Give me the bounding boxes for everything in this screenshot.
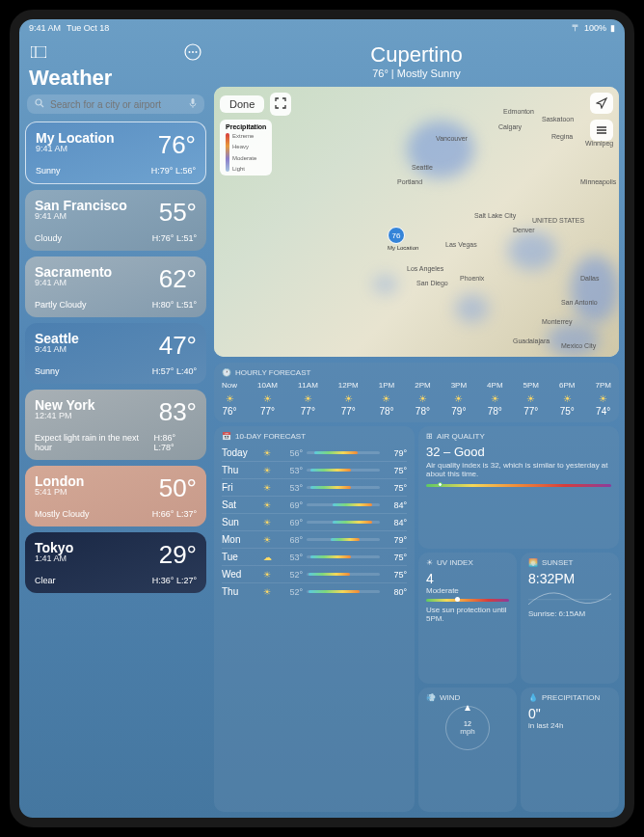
day-row: Sun☀69°84°	[222, 513, 407, 530]
map-city-label: San Diego	[416, 280, 448, 286]
precip-note: in last 24h	[528, 721, 611, 730]
hour-item: 11AM☀77°	[298, 381, 318, 417]
my-location-badge: 76	[388, 227, 405, 244]
my-location-label: My Location	[388, 245, 418, 251]
hour-item: 7PM☀74°	[595, 381, 610, 417]
aq-value: 32 – Good	[426, 445, 611, 459]
day-row: Wed☀52°75°	[222, 565, 407, 582]
map-city-label: Portland	[397, 178, 422, 185]
sidebar-toggle-icon[interactable]	[29, 42, 48, 62]
expand-icon[interactable]	[270, 93, 291, 116]
svg-point-4	[192, 51, 194, 53]
precip-header: PRECIPITATION	[542, 693, 600, 702]
map-city-label: Guadalajara	[513, 338, 550, 344]
hour-item: 10AM☀77°	[257, 381, 278, 417]
map-city-label: UNITED STATES	[532, 217, 584, 224]
wind-card[interactable]: 💨 WIND 12 mph	[418, 688, 517, 812]
done-button[interactable]: Done	[220, 95, 264, 113]
location-condition: Clear	[35, 576, 56, 585]
uv-header: UV INDEX	[437, 558, 473, 567]
svg-rect-8	[192, 98, 195, 104]
location-card[interactable]: Seattle9:41 AM47° SunnyH:57° L:40°	[25, 323, 206, 384]
sun-icon: ☀	[426, 558, 433, 567]
search-box[interactable]	[27, 94, 204, 114]
map-city-label: Monterrey	[542, 318, 573, 325]
sunset-card[interactable]: 🌅 SUNSET 8:32PM Sunrise: 6:15AM	[521, 553, 619, 685]
location-time: 9:41 AM	[36, 144, 115, 153]
hour-item: 5PM☀77°	[523, 381, 539, 417]
calendar-icon: 📅	[222, 432, 231, 441]
sunset-header: SUNSET	[542, 558, 573, 567]
location-card[interactable]: New York12:41 PM83° Expect light rain in…	[25, 390, 206, 460]
mic-icon[interactable]	[189, 98, 197, 110]
ipad-frame: 9:41 AM Tue Oct 18 〒 100% ▮ Weather	[10, 10, 634, 827]
hourly-forecast-card[interactable]: 🕐 HOURLY FORECAST Now☀76°10AM☀77°11AM☀77…	[214, 363, 619, 422]
location-condition: Sunny	[36, 166, 61, 176]
legend-level: Extreme	[232, 133, 256, 139]
tenday-forecast-card[interactable]: 📅 10-DAY FORECAST Today☀56°79°Thu☀53°75°…	[214, 426, 415, 812]
droplet-icon: 💧	[528, 693, 538, 702]
location-temp: 83°	[159, 397, 197, 427]
location-hilo: H:66° L:37°	[152, 509, 197, 519]
map-city-label: Vancouver	[436, 135, 468, 142]
location-temp: 55°	[159, 198, 197, 228]
location-list[interactable]: My Location9:41 AM76° SunnyH:79° L:56° S…	[25, 122, 206, 812]
location-time: 9:41 AM	[35, 344, 79, 354]
sidebar-title: Weather	[25, 66, 206, 94]
main-pane: Cupertino 76° | Mostly Sunny VancouverSe…	[212, 37, 625, 818]
wind-speed: 12	[464, 720, 471, 727]
map-city-label: Calgary	[498, 123, 522, 130]
map-city-label: San Antonio	[561, 299, 598, 306]
precipitation-card[interactable]: 💧 PRECIPITATION 0" in last 24h	[521, 688, 619, 812]
legend-title: Precipitation	[226, 123, 266, 130]
location-hilo: H:80° L:51°	[152, 300, 197, 310]
uv-value: 4	[426, 571, 509, 586]
location-card[interactable]: San Francisco9:41 AM55° CloudyH:76° L:51…	[25, 190, 206, 251]
aq-header: AIR QUALITY	[437, 432, 485, 441]
location-time: 12:41 PM	[35, 411, 95, 420]
sunset-value: 8:32PM	[528, 571, 611, 586]
location-card[interactable]: My Location9:41 AM76° SunnyH:79° L:56°	[25, 122, 206, 184]
location-hilo: H:57° L:40°	[152, 366, 197, 376]
precipitation-legend: Precipitation ExtremeHeavyModerateLight	[220, 120, 272, 176]
map-city-label: Regina	[551, 133, 573, 140]
map[interactable]: VancouverSeattlePortlandSalt Lake CityLa…	[214, 87, 619, 357]
more-icon[interactable]	[183, 42, 202, 62]
location-time: 1:41 AM	[35, 554, 73, 563]
location-hilo: H:36° L:27°	[152, 576, 197, 585]
location-time: 9:41 AM	[35, 211, 127, 221]
location-arrow-icon[interactable]	[590, 93, 613, 114]
battery-icon: ▮	[610, 23, 615, 33]
svg-line-7	[41, 105, 44, 108]
map-city-label: Las Vegas	[445, 241, 477, 248]
legend-level: Light	[232, 166, 256, 172]
location-condition: Mostly Cloudy	[35, 509, 90, 519]
location-temp: 29°	[159, 540, 197, 570]
search-input[interactable]	[50, 99, 183, 110]
hour-item: Now☀76°	[222, 381, 237, 417]
map-city-label: Seattle	[412, 164, 433, 171]
location-hilo: H:86° L:78°	[154, 433, 197, 452]
map-city-label: Saskatoon	[542, 116, 574, 122]
precip-value: 0"	[528, 706, 611, 721]
map-city-label: Salt Lake City	[474, 212, 516, 219]
air-quality-card[interactable]: ⊞ AIR QUALITY 32 – Good Air quality inde…	[418, 426, 619, 549]
location-condition: Cloudy	[35, 233, 62, 243]
svg-point-5	[196, 51, 198, 53]
location-card[interactable]: Sacramento9:41 AM62° Partly CloudyH:80° …	[25, 256, 206, 317]
location-time: 5:41 PM	[35, 487, 84, 497]
map-city-label: Dallas	[580, 275, 599, 282]
my-location-marker[interactable]: 76 My Location	[388, 227, 418, 251]
status-date: Tue Oct 18	[67, 23, 109, 33]
day-row: Mon☀68°79°	[222, 530, 407, 548]
uv-index-card[interactable]: ☀ UV INDEX 4 Moderate Use sun protection…	[418, 553, 517, 685]
day-row: Sat☀69°84°	[222, 496, 407, 513]
sidebar: Weather My Location9:41 AM76° SunnyH:79°…	[19, 37, 212, 818]
map-city-label: Mexico City	[561, 342, 596, 349]
map-city-label: Denver	[513, 227, 535, 233]
hour-item: 6PM☀75°	[559, 381, 575, 417]
layers-icon[interactable]	[590, 120, 613, 141]
svg-point-6	[36, 99, 41, 105]
location-card[interactable]: Tokyo1:41 AM29° ClearH:36° L:27°	[25, 532, 206, 593]
location-card[interactable]: London5:41 PM50° Mostly CloudyH:66° L:37…	[25, 466, 206, 526]
